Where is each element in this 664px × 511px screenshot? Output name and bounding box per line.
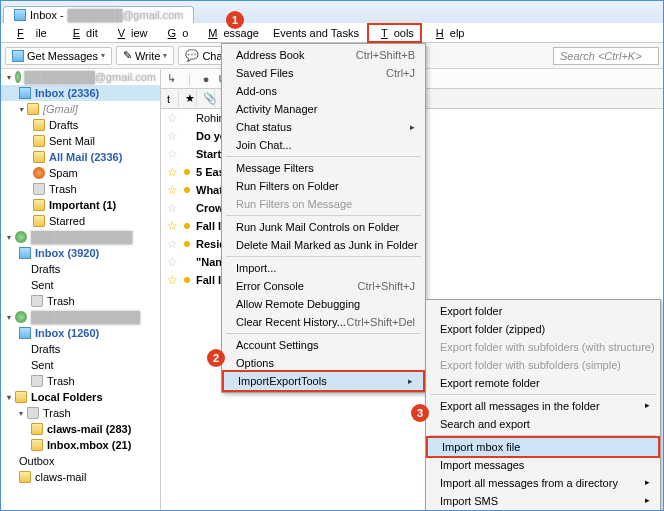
account-row[interactable]: ▾█████████@gmail.com: [1, 69, 160, 85]
menu-separator: [226, 256, 421, 257]
folder-label: Important (1): [49, 199, 116, 211]
sidebar-starred[interactable]: Starred: [1, 213, 160, 229]
sidebar-important[interactable]: Important (1): [1, 197, 160, 213]
menu-item[interactable]: Run Filters on Folder: [222, 177, 425, 195]
import-export-submenu: Export folderExport folder (zipped)Expor…: [425, 299, 661, 511]
sidebar-claws2[interactable]: claws-mail: [1, 469, 160, 485]
folder-label: Local Folders: [31, 391, 103, 403]
chevron-down-icon[interactable]: ▾: [101, 51, 105, 60]
submenu-item[interactable]: Import SMS▸: [426, 492, 660, 510]
sidebar-trash[interactable]: Trash: [1, 373, 160, 389]
star-icon[interactable]: ☆: [167, 273, 178, 287]
submenu-item[interactable]: Export folder: [426, 302, 660, 320]
menu-item[interactable]: Delete Mail Marked as Junk in Folder: [222, 236, 425, 254]
star-icon[interactable]: ☆: [167, 111, 178, 125]
menu-item[interactable]: Run Junk Mail Controls on Folder: [222, 218, 425, 236]
menu-item[interactable]: ImportExportTools▸: [222, 370, 425, 392]
menu-tools[interactable]: Tools: [367, 23, 422, 43]
sidebar-sent[interactable]: Sent: [1, 277, 160, 293]
sidebar-drafts[interactable]: Drafts: [1, 341, 160, 357]
menu-file[interactable]: File: [5, 25, 59, 41]
menu-separator: [226, 215, 421, 216]
menu-help[interactable]: Help: [424, 25, 471, 41]
sidebar-sent[interactable]: Sent: [1, 357, 160, 373]
menu-item[interactable]: Chat status▸: [222, 118, 425, 136]
menu-item[interactable]: Allow Remote Debugging: [222, 295, 425, 313]
menu-item[interactable]: Account Settings: [222, 336, 425, 354]
menu-item[interactable]: Activity Manager: [222, 100, 425, 118]
folder-icon: [31, 423, 43, 435]
sidebar-allmail[interactable]: All Mail (2336): [1, 149, 160, 165]
write-button[interactable]: ✎ Write ▾: [116, 46, 174, 65]
folder-tree: ▾█████████@gmail.com Inbox (2336) ▾[Gmai…: [1, 69, 161, 510]
tab-inbox[interactable]: Inbox - ███████@gmail.com: [3, 6, 194, 23]
folder-label: Trash: [49, 183, 77, 195]
search-input[interactable]: Search <Ctrl+K>: [553, 47, 659, 65]
menu-edit[interactable]: Edit: [61, 25, 104, 41]
col-attach[interactable]: 📎: [197, 90, 215, 107]
chevron-down-icon[interactable]: ▾: [163, 51, 167, 60]
callout-3: 3: [411, 404, 429, 422]
submenu-item[interactable]: Import mbox file: [426, 436, 660, 458]
folder-icon: [33, 151, 45, 163]
get-messages-button[interactable]: Get Messages ▾: [5, 47, 112, 65]
folder-icon: [33, 215, 45, 227]
menu-view[interactable]: View: [106, 25, 154, 41]
star-icon[interactable]: ☆: [167, 147, 178, 161]
sidebar-trash[interactable]: ▾Trash: [1, 405, 160, 421]
star-icon[interactable]: ☆: [167, 255, 178, 269]
sidebar-outbox[interactable]: Outbox: [1, 453, 160, 469]
sidebar-inbox[interactable]: Inbox (3920): [1, 245, 160, 261]
qf-reply-icon[interactable]: ↳: [161, 70, 182, 87]
sidebar-sent[interactable]: Sent Mail: [1, 133, 160, 149]
menu-item[interactable]: Error ConsoleCtrl+Shift+J: [222, 277, 425, 295]
fire-icon: [33, 167, 45, 179]
sidebar-spam[interactable]: Spam: [1, 165, 160, 181]
unread-dot: [184, 169, 190, 175]
sidebar-trash[interactable]: Trash: [1, 181, 160, 197]
sidebar-drafts[interactable]: Drafts: [1, 117, 160, 133]
account-row[interactable]: ▾██████████████: [1, 309, 160, 325]
star-icon[interactable]: ☆: [167, 129, 178, 143]
star-icon[interactable]: ☆: [167, 201, 178, 215]
col-thread[interactable]: t: [161, 91, 179, 107]
chat-icon: 💬: [185, 49, 199, 62]
sidebar-inbox[interactable]: Inbox (2336): [1, 85, 160, 101]
star-icon[interactable]: ☆: [167, 219, 178, 233]
menu-go[interactable]: Go: [156, 25, 195, 41]
sidebar-drafts[interactable]: Drafts: [1, 261, 160, 277]
account-icon: [15, 231, 27, 243]
sidebar-inboxmbox[interactable]: Inbox.mbox (21): [1, 437, 160, 453]
star-icon[interactable]: ☆: [167, 237, 178, 251]
sidebar-claws[interactable]: claws-mail (283): [1, 421, 160, 437]
menu-events[interactable]: Events and Tasks: [267, 25, 365, 41]
menu-item[interactable]: Import...: [222, 259, 425, 277]
folder-label: Inbox (2336): [35, 87, 99, 99]
submenu-item[interactable]: Search and export: [426, 415, 660, 433]
sidebar-trash[interactable]: Trash: [1, 293, 160, 309]
menu-item[interactable]: Clear Recent History...Ctrl+Shift+Del: [222, 313, 425, 331]
local-folders[interactable]: ▾Local Folders: [1, 389, 160, 405]
submenu-item[interactable]: Import all messages from a directory▸: [426, 474, 660, 492]
col-star[interactable]: ★: [179, 90, 197, 107]
sidebar-gmail[interactable]: ▾[Gmail]: [1, 101, 160, 117]
callout-1: 1: [226, 11, 244, 29]
star-icon[interactable]: ☆: [167, 165, 178, 179]
menu-item[interactable]: Add-ons: [222, 82, 425, 100]
submenu-item[interactable]: Export all messages in the folder▸: [426, 397, 660, 415]
menu-item[interactable]: Message Filters: [222, 159, 425, 177]
folder-icon: [27, 103, 39, 115]
menu-item[interactable]: Join Chat...: [222, 136, 425, 154]
submenu-item[interactable]: Import messages: [426, 456, 660, 474]
star-icon[interactable]: ☆: [167, 183, 178, 197]
submenu-item[interactable]: Export remote folder: [426, 374, 660, 392]
folder-label: Sent: [31, 359, 54, 371]
menu-item[interactable]: Saved FilesCtrl+J: [222, 64, 425, 82]
sidebar-inbox[interactable]: Inbox (1260): [1, 325, 160, 341]
trash-icon: [27, 407, 39, 419]
submenu-item[interactable]: Export folder (zipped): [426, 320, 660, 338]
folder-label: Inbox (1260): [35, 327, 99, 339]
account-row[interactable]: ▾█████████████: [1, 229, 160, 245]
menu-item[interactable]: Address BookCtrl+Shift+B: [222, 46, 425, 64]
account-label: █████████@gmail.com: [25, 71, 156, 83]
